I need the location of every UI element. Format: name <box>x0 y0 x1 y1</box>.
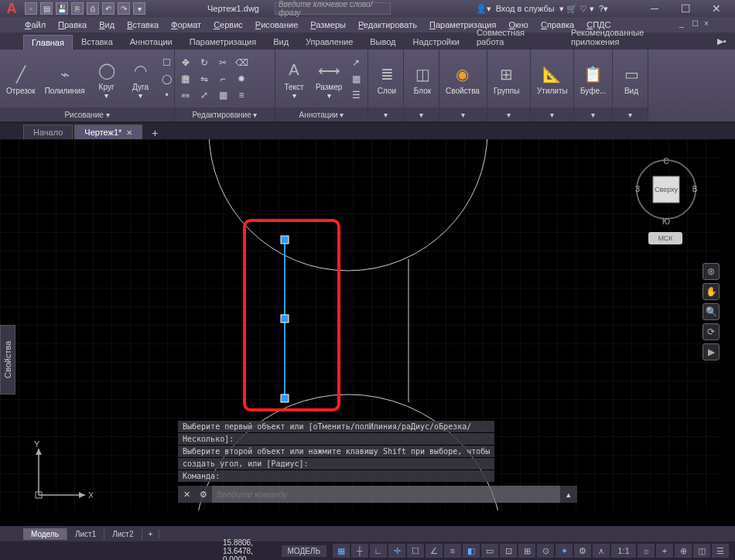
cmd-close-icon[interactable]: ✕ <box>178 486 195 503</box>
circle-button[interactable]: ◯Круг▾ <box>91 56 122 101</box>
menu-tools[interactable]: Сервис <box>209 19 248 31</box>
more-icon[interactable]: ▾ <box>133 2 145 15</box>
doc-close-icon[interactable]: × <box>704 19 715 30</box>
panel-annot-title[interactable]: Аннотации ▾ <box>275 108 368 121</box>
qp-icon[interactable]: ▭ <box>481 544 498 558</box>
close-button[interactable]: ✕ <box>701 0 732 17</box>
layout-sheet1[interactable]: Лист1 <box>67 528 104 540</box>
scale-display[interactable]: 1:1 <box>611 544 636 558</box>
minimize-button[interactable]: ─ <box>639 0 670 17</box>
otrack-toggle-icon[interactable]: ∠ <box>426 544 443 558</box>
mtext-icon[interactable]: ☰ <box>348 88 364 102</box>
tab-start[interactable]: Начало <box>23 125 73 139</box>
iso-icon[interactable]: ◫ <box>693 544 710 558</box>
properties-palette-tab[interactable]: Свойства <box>0 325 15 394</box>
groups-button[interactable]: ⊞Группы <box>491 60 522 97</box>
menu-format[interactable]: Формат <box>166 19 206 31</box>
new-icon[interactable]: ▫ <box>25 2 37 15</box>
block-button[interactable]: ◫Блок <box>407 60 438 97</box>
trim-icon[interactable]: ✂ <box>215 56 231 70</box>
layout-model[interactable]: Модель <box>23 528 67 540</box>
tab-annotate[interactable]: Аннотации <box>121 34 181 50</box>
layers-button[interactable]: ≣Слои <box>371 60 402 97</box>
array-icon[interactable]: ▦ <box>215 88 231 102</box>
ann-vis-icon[interactable]: + <box>656 544 673 558</box>
text-button[interactable]: AТекст▾ <box>279 56 309 101</box>
command-input[interactable] <box>212 486 560 503</box>
ws-switch-icon[interactable]: ☼ <box>638 544 655 558</box>
open-icon[interactable]: ▤ <box>40 2 53 15</box>
ds-icon[interactable]: ⊞ <box>518 544 535 558</box>
menu-draw[interactable]: Рисование <box>251 19 303 31</box>
ann-mon-icon[interactable]: ⊙ <box>537 544 554 558</box>
lwt-toggle-icon[interactable]: ≡ <box>444 544 461 558</box>
tab-drawing1[interactable]: Чертеж1*✕ <box>74 125 142 139</box>
menu-file[interactable]: Файл <box>20 19 50 31</box>
line-button[interactable]: ╱Отрезок <box>3 60 39 97</box>
saveas-icon[interactable]: ⎘ <box>71 2 84 15</box>
tab-view[interactable]: Вид <box>265 34 297 50</box>
nav-pan-icon[interactable]: ✋ <box>703 283 720 300</box>
redo-icon[interactable]: ↷ <box>118 2 130 15</box>
clean-screen-icon[interactable]: ☰ <box>712 544 729 558</box>
explode-icon[interactable]: ✸ <box>234 72 249 86</box>
dim-button[interactable]: ⟷Размер▾ <box>313 56 345 101</box>
ellipse-icon[interactable]: ◯ <box>159 72 175 86</box>
nav-showmotion-icon[interactable]: ▶ <box>703 343 720 360</box>
menu-insert[interactable]: Вставка <box>122 19 163 31</box>
cmd-config-icon[interactable]: ⚙ <box>195 486 212 503</box>
rect-icon[interactable]: ☐ <box>159 56 175 70</box>
drawing-canvas[interactable]: Свойства Сверху С Ю В З МСК ⊛ ✋ 🔍 ⟳ ▶ Вы… <box>0 139 735 526</box>
tab-output[interactable]: Вывод <box>361 34 404 50</box>
polyline-button[interactable]: ⌁Полилиния <box>42 60 88 97</box>
menu-edit[interactable]: Правка <box>53 19 91 31</box>
leader-icon[interactable]: ↗ <box>348 56 364 70</box>
view-button[interactable]: ▭Вид <box>616 60 647 97</box>
nav-zoom-icon[interactable]: 🔍 <box>703 303 720 320</box>
help-icon[interactable]: ?▾ <box>599 4 608 14</box>
ann-scale-icon[interactable]: ⋏ <box>593 544 610 558</box>
tab-home[interactable]: Главная <box>23 35 73 50</box>
tab-insert[interactable]: Вставка <box>73 34 121 50</box>
mirror-icon[interactable]: ⇋ <box>197 72 212 86</box>
sc-icon[interactable]: ⊡ <box>500 544 517 558</box>
undo-icon[interactable]: ↶ <box>102 2 115 15</box>
move-icon[interactable]: ✥ <box>178 56 193 70</box>
panel-modify-title[interactable]: Редактирование ▾ <box>175 108 275 121</box>
table-icon[interactable]: ▦ <box>348 72 364 86</box>
transparency-icon[interactable]: ◧ <box>463 544 480 558</box>
osnap-toggle-icon[interactable]: ☐ <box>407 544 424 558</box>
coords-display[interactable]: 15.8806, 13.6478, 0.0000 <box>223 538 272 561</box>
close-tab-icon[interactable]: ✕ <box>126 128 132 137</box>
nav-wheel-icon[interactable]: ⊛ <box>703 263 720 280</box>
user-icon[interactable]: 👤▾ <box>476 4 491 14</box>
viewcube[interactable]: Сверху С Ю В З МСК <box>631 155 701 251</box>
panel-draw-title[interactable]: Рисование ▾ <box>0 108 174 121</box>
erase-icon[interactable]: ⌫ <box>234 56 249 70</box>
fillet-icon[interactable]: ⌐ <box>215 72 231 86</box>
tab-featured[interactable]: Рекомендованные приложения <box>562 25 703 50</box>
tab-collab[interactable]: Совместная работа <box>468 25 562 50</box>
signin-link[interactable]: Вход в службы <box>496 4 555 13</box>
add-layout-button[interactable]: + <box>142 530 160 538</box>
offset-icon[interactable]: ≡ <box>234 88 249 102</box>
ortho-toggle-icon[interactable]: ∟ <box>370 544 387 558</box>
menu-dims[interactable]: Размеры <box>306 19 350 31</box>
clipboard-button[interactable]: 📋Буфе... <box>577 60 609 97</box>
expand-ribbon-icon[interactable]: ▶▪ <box>709 33 735 50</box>
cmd-recent-icon[interactable]: ▴ <box>560 486 577 503</box>
tab-addins[interactable]: Надстройки <box>405 34 468 50</box>
menu-view[interactable]: Вид <box>94 19 119 31</box>
hw-accel-icon[interactable]: ⊕ <box>675 544 692 558</box>
scale-icon[interactable]: ⤢ <box>197 88 212 102</box>
ws-icon[interactable]: ⚙ <box>574 544 591 558</box>
maximize-button[interactable]: ☐ <box>670 0 701 17</box>
plot-icon[interactable]: ⎙ <box>87 2 99 15</box>
model-space-button[interactable]: МОДЕЛЬ <box>282 545 326 557</box>
tab-manage[interactable]: Управление <box>297 34 361 50</box>
menu-modify[interactable]: Редактировать <box>354 19 422 31</box>
copy-icon[interactable]: ⎘ <box>178 72 193 86</box>
add-tab-button[interactable]: + <box>144 127 166 139</box>
polar-toggle-icon[interactable]: ✛ <box>388 544 405 558</box>
layout-sheet2[interactable]: Лист2 <box>104 528 142 540</box>
